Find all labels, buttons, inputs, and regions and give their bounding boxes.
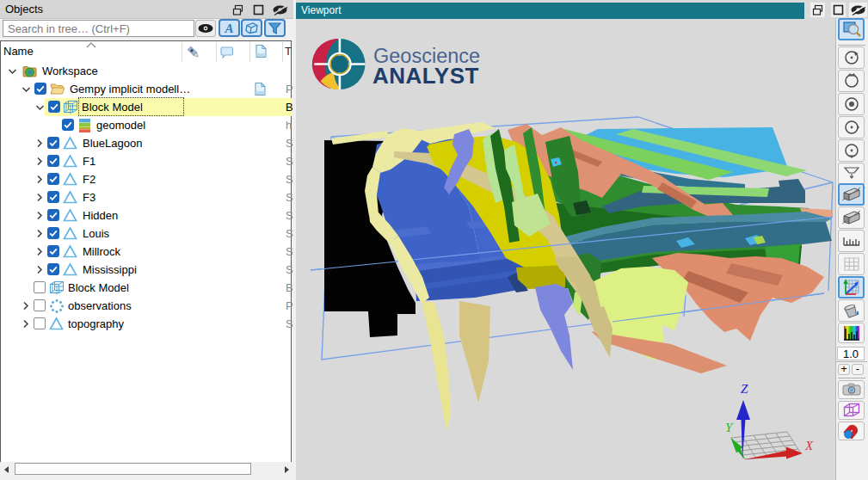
svg-text:Y: Y xyxy=(725,421,734,434)
svg-text:A: A xyxy=(224,22,233,35)
svg-text:Z: Z xyxy=(741,382,748,396)
svg-text:X: X xyxy=(804,439,814,452)
